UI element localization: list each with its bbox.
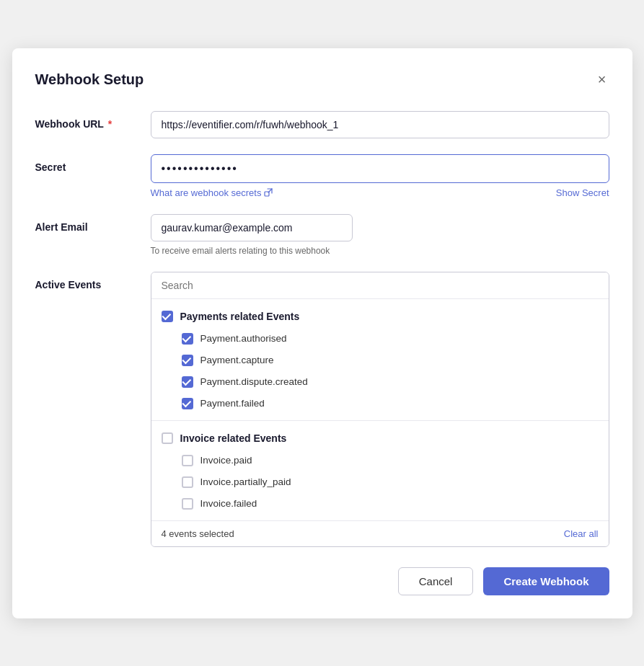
groups-separator — [151, 420, 609, 421]
close-button[interactable]: × — [595, 68, 609, 91]
payment-failed-label: Payment.failed — [200, 398, 265, 409]
modal-footer: Cancel Create Webhook — [35, 567, 609, 595]
payment-dispute-label: Payment.dispute.created — [200, 376, 308, 387]
invoice-partially-paid-label: Invoice.partially_paid — [200, 476, 291, 487]
webhook-url-label: Webhook URL * — [35, 111, 151, 130]
secret-wrap: What are webhook secrets Show Secret — [151, 154, 609, 198]
invoice-group-checkbox[interactable] — [162, 432, 173, 444]
events-list: Payments related Events Payment.authoris… — [151, 299, 609, 520]
webhook-secrets-link[interactable]: What are webhook secrets — [151, 187, 273, 198]
alert-email-row: Alert Email To receive email alerts rela… — [35, 214, 609, 256]
invoice-group-header[interactable]: Invoice related Events — [151, 427, 609, 450]
modal-title: Webhook Setup — [35, 71, 144, 88]
invoice-partially-paid-item[interactable]: Invoice.partially_paid — [151, 471, 609, 493]
payments-event-group: Payments related Events Payment.authoris… — [151, 305, 609, 414]
show-secret-button[interactable]: Show Secret — [556, 187, 609, 198]
payment-authorised-item[interactable]: Payment.authorised — [151, 328, 609, 350]
cancel-button[interactable]: Cancel — [398, 567, 474, 595]
active-events-row: Active Events Payments related Events Pa… — [35, 272, 609, 547]
events-count: 4 events selected — [162, 528, 234, 539]
invoice-failed-checkbox[interactable] — [182, 498, 193, 510]
secret-helper-row: What are webhook secrets Show Secret — [151, 187, 609, 198]
secret-row: Secret What are webhook secrets Show Sec… — [35, 154, 609, 198]
invoice-paid-checkbox[interactable] — [182, 455, 193, 466]
payments-group-label: Payments related Events — [180, 311, 300, 322]
alert-email-helper: To receive email alerts relating to this… — [151, 246, 609, 256]
payment-capture-item[interactable]: Payment.capture — [151, 350, 609, 371]
alert-email-label: Alert Email — [35, 214, 151, 233]
invoice-event-group: Invoice related Events Invoice.paid Invo… — [151, 427, 609, 515]
webhook-url-row: Webhook URL * — [35, 111, 609, 138]
webhook-setup-modal: Webhook Setup × Webhook URL * Secret Wha… — [12, 48, 632, 618]
modal-header: Webhook Setup × — [35, 68, 609, 91]
clear-all-button[interactable]: Clear all — [564, 528, 599, 539]
payment-capture-checkbox[interactable] — [182, 355, 193, 366]
payment-capture-label: Payment.capture — [200, 355, 274, 365]
create-webhook-button[interactable]: Create Webhook — [483, 567, 609, 595]
webhook-url-wrap — [151, 111, 609, 138]
payment-authorised-checkbox[interactable] — [182, 333, 193, 345]
payment-failed-checkbox[interactable] — [182, 398, 193, 409]
payment-failed-item[interactable]: Payment.failed — [151, 393, 609, 414]
active-events-box: Payments related Events Payment.authoris… — [151, 272, 609, 547]
alert-email-wrap: To receive email alerts relating to this… — [151, 214, 609, 256]
events-footer: 4 events selected Clear all — [151, 520, 609, 546]
payments-group-header[interactable]: Payments related Events — [151, 305, 609, 328]
invoice-failed-label: Invoice.failed — [200, 498, 257, 509]
payment-authorised-label: Payment.authorised — [200, 333, 287, 344]
secret-input[interactable] — [151, 154, 609, 183]
payments-group-checkbox[interactable] — [162, 311, 173, 322]
invoice-paid-label: Invoice.paid — [200, 455, 252, 466]
invoice-group-label: Invoice related Events — [180, 432, 287, 444]
webhook-url-input[interactable] — [151, 111, 609, 138]
secret-label: Secret — [35, 154, 151, 173]
active-events-label: Active Events — [35, 272, 151, 290]
invoice-partially-paid-checkbox[interactable] — [182, 476, 193, 488]
alert-email-input[interactable] — [151, 214, 353, 241]
modal-overlay: Webhook Setup × Webhook URL * Secret Wha… — [0, 0, 644, 666]
invoice-failed-item[interactable]: Invoice.failed — [151, 493, 609, 515]
external-link-icon — [264, 188, 273, 197]
events-search-input[interactable] — [151, 272, 609, 299]
payment-dispute-checkbox[interactable] — [182, 376, 193, 388]
invoice-paid-item[interactable]: Invoice.paid — [151, 450, 609, 471]
payment-dispute-item[interactable]: Payment.dispute.created — [151, 371, 609, 393]
